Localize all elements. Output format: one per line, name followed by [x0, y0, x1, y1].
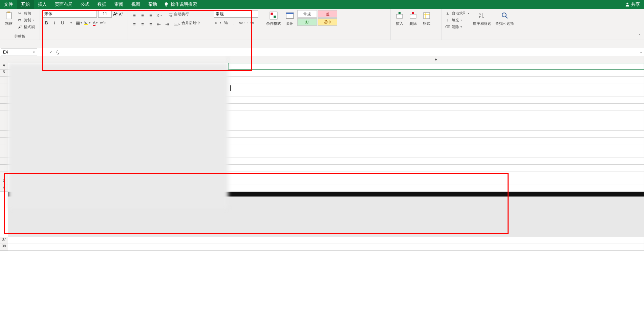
align-center-button[interactable]: ≡	[139, 20, 146, 28]
magnifier-icon	[500, 11, 510, 20]
style-normal[interactable]: 常规	[297, 10, 317, 18]
name-box-caret[interactable]: ▾	[33, 50, 35, 54]
fill-color-button[interactable]	[83, 19, 91, 26]
formula-bar-expand[interactable]: ⌄	[638, 50, 644, 54]
percent-button[interactable]: %	[222, 19, 230, 26]
row-header-38[interactable]: 38	[0, 244, 8, 251]
svg-rect-15	[424, 13, 430, 19]
svg-rect-8	[274, 16, 276, 18]
merge-button[interactable]	[173, 20, 181, 28]
row-header-a[interactable]: 2	[0, 178, 8, 185]
dec-decimal-button[interactable]: ←.00	[246, 19, 254, 26]
inc-decimal-button[interactable]: .00→	[238, 19, 246, 26]
style-neutral[interactable]: 适中	[318, 18, 337, 26]
ribbon: 粘贴 ✂ 剪切 ⧉ 复制 ▾ 🖌 格式刷 剪贴板	[0, 9, 644, 40]
select-all-corner[interactable]	[0, 56, 8, 63]
share-button[interactable]: 共享	[625, 1, 640, 7]
ribbon-collapse-caret[interactable]: ⌃	[638, 34, 641, 38]
font-group-label	[43, 38, 125, 39]
fmtpaint-label: 格式刷	[24, 24, 35, 29]
underline-button[interactable]: U	[59, 19, 66, 26]
tab-review[interactable]: 审阅	[110, 0, 127, 9]
brush-icon: 🖌	[17, 24, 22, 29]
tab-view[interactable]: 视图	[127, 0, 144, 9]
name-box[interactable]: E4 ▾	[1, 48, 37, 56]
fill-button[interactable]: ↓ 填充 ▾	[444, 17, 470, 23]
cell-styles-gallery[interactable]: 常规 差 好 适中	[297, 10, 337, 26]
svg-rect-2	[7, 12, 10, 13]
group-alignment: ≡ ≡ ≡ ⤭ 自动换行 ≡ ≡ ≡ ⇤ ⇥ 合并后居中	[128, 9, 211, 40]
tab-file[interactable]: 文件	[0, 0, 17, 9]
underline-caret[interactable]	[67, 19, 74, 26]
condfmt-label: 条件格式	[266, 21, 281, 26]
ribbon-spacer	[0, 40, 644, 48]
align-left-button[interactable]: ≡	[131, 20, 138, 28]
worksheet-grid[interactable]: E 4 5 2 NC NC6. 2 NC NC6.5	[0, 56, 644, 309]
condfmt-icon	[269, 11, 278, 20]
fill-label: 填充	[452, 18, 459, 23]
style-good[interactable]: 好	[297, 18, 317, 26]
wrap-text-button[interactable]	[168, 12, 173, 19]
redacted-region	[8, 63, 228, 209]
copy-button[interactable]: ⧉ 复制 ▾	[16, 17, 36, 23]
tell-me-search[interactable]: 操作说明搜索	[164, 1, 197, 7]
align-top-button[interactable]: ≡	[131, 12, 138, 19]
font-name-select[interactable]	[43, 10, 97, 18]
currency-button[interactable]: ¥	[214, 19, 221, 26]
name-box-value: E4	[3, 50, 8, 55]
col-header-e[interactable]: E	[228, 56, 644, 63]
italic-button[interactable]: I	[51, 19, 58, 26]
insert-label: 插入	[396, 21, 403, 26]
paste-button[interactable]: 粘贴	[3, 10, 15, 27]
row-header-b[interactable]: 2	[0, 185, 8, 192]
align-middle-button[interactable]: ≡	[139, 12, 146, 19]
confirm-edit-button[interactable]: ✓	[49, 49, 53, 55]
svg-text:A: A	[479, 12, 481, 16]
tab-formula[interactable]: 公式	[77, 0, 93, 9]
find-select-button[interactable]: 查找和选择	[494, 10, 515, 27]
tab-insert[interactable]: 插入	[34, 0, 51, 9]
row-header-5[interactable]: 5	[0, 70, 8, 77]
conditional-format-button[interactable]: 条件格式	[265, 10, 282, 27]
tab-layout[interactable]: 页面布局	[51, 0, 77, 9]
phonetic-button[interactable]: wén	[100, 19, 107, 26]
tab-help[interactable]: 帮助	[144, 0, 161, 9]
tab-home[interactable]: 开始	[17, 0, 34, 9]
svg-point-18	[502, 13, 506, 17]
group-cells: 插入 删除 格式	[391, 9, 442, 40]
fill-icon: ↓	[445, 17, 450, 23]
delete-cells-button[interactable]: 删除	[407, 10, 419, 27]
sort-filter-button[interactable]: AZ 排序和筛选	[471, 10, 493, 27]
svg-rect-14	[412, 12, 414, 14]
orientation-button[interactable]: ⤭	[155, 12, 163, 19]
format-as-table-button[interactable]: 套用	[284, 10, 296, 27]
format-painter-button[interactable]: 🖌 格式刷	[16, 24, 36, 30]
indent-inc-button[interactable]: ⇥	[163, 20, 171, 28]
formula-input[interactable]	[64, 48, 638, 56]
autosum-button[interactable]: Σ 自动求和 ▾	[444, 10, 470, 16]
align-right-button[interactable]: ≡	[147, 20, 154, 28]
fx-icon[interactable]: fx	[56, 49, 59, 55]
copy-icon: ⧉	[17, 17, 22, 23]
format-cells-button[interactable]: 格式	[421, 10, 433, 27]
sigma-icon: Σ	[445, 11, 450, 16]
font-size-select[interactable]	[98, 10, 112, 18]
text-cursor	[230, 85, 231, 91]
number-format-select[interactable]	[214, 10, 258, 18]
align-bottom-button[interactable]: ≡	[147, 12, 154, 19]
tab-data[interactable]: 数据	[93, 0, 110, 9]
comma-button[interactable]: ,	[230, 19, 238, 26]
selected-cell-e4[interactable]	[228, 63, 644, 70]
indent-dec-button[interactable]: ⇤	[155, 20, 163, 28]
border-button[interactable]: ▦	[75, 19, 83, 26]
decrease-font-button[interactable]: A▾	[119, 12, 123, 16]
insert-cells-button[interactable]: 插入	[393, 10, 406, 27]
font-color-button[interactable]: A	[91, 19, 99, 26]
cut-button[interactable]: ✂ 剪切	[16, 10, 36, 16]
style-bad[interactable]: 差	[318, 10, 337, 18]
bold-button[interactable]: B	[43, 19, 50, 26]
row-header-4[interactable]: 4	[0, 63, 8, 70]
row-header-37[interactable]: 37	[0, 237, 8, 244]
clear-button[interactable]: ⌫ 清除 ▾	[444, 24, 470, 30]
increase-font-button[interactable]: A▴	[113, 11, 117, 17]
